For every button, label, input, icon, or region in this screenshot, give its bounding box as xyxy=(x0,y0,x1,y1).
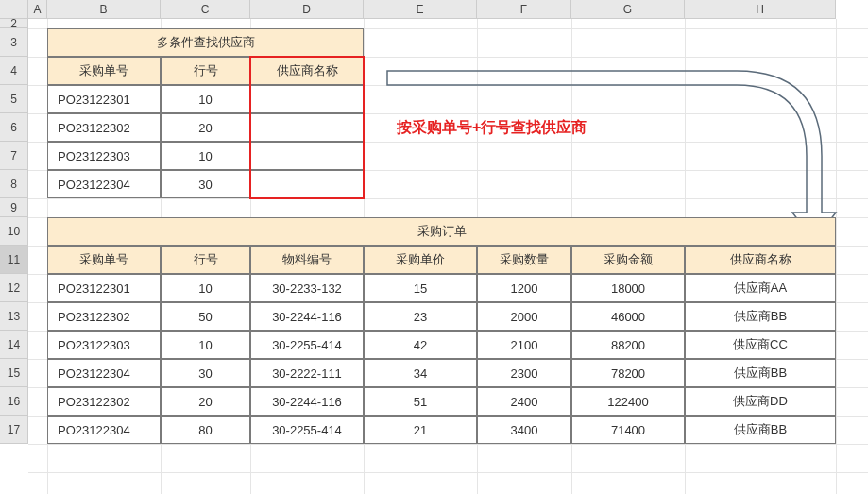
orders-cell[interactable]: 23 xyxy=(364,302,477,331)
col-header-E[interactable]: E xyxy=(364,0,477,19)
lookup-cell[interactable]: 30 xyxy=(161,170,250,198)
orders-cell[interactable]: 2000 xyxy=(477,302,571,331)
row-header-6[interactable]: 6 xyxy=(0,113,28,142)
lookup-cell[interactable]: 10 xyxy=(161,142,250,170)
orders-cell[interactable]: 供应商BB xyxy=(685,416,836,444)
annotation-text: 按采购单号+行号查找供应商 xyxy=(397,118,587,138)
orders-cell[interactable]: 15 xyxy=(364,274,477,302)
lookup-cell[interactable] xyxy=(250,170,364,198)
col-header-D[interactable]: D xyxy=(250,0,364,19)
orders-cell[interactable]: 2300 xyxy=(477,359,571,387)
orders-cell[interactable]: PO23122303 xyxy=(47,331,161,359)
orders-cell[interactable]: 供应商AA xyxy=(685,274,836,302)
orders-cell[interactable]: 30 xyxy=(161,359,250,387)
row-header-11[interactable]: 11 xyxy=(0,246,28,274)
lookup-cell[interactable] xyxy=(250,85,364,113)
orders-header-po[interactable]: 采购单号 xyxy=(47,246,161,274)
orders-cell[interactable]: PO23122302 xyxy=(47,387,161,416)
orders-header-line[interactable]: 行号 xyxy=(161,246,250,274)
orders-cell[interactable]: 46000 xyxy=(571,302,685,331)
lookup-cell[interactable]: PO23122303 xyxy=(47,142,161,170)
lookup-cell[interactable]: 20 xyxy=(161,113,250,142)
lookup-cell[interactable] xyxy=(250,142,364,170)
lookup-cell[interactable]: PO23122301 xyxy=(47,85,161,113)
row-header-12[interactable]: 12 xyxy=(0,274,28,302)
row-header-3[interactable]: 3 xyxy=(0,28,28,57)
row-header-10[interactable]: 10 xyxy=(0,217,28,246)
row-header-16[interactable]: 16 xyxy=(0,387,28,416)
lookup-header-vendor[interactable]: 供应商名称 xyxy=(250,57,364,85)
lookup-cell[interactable]: PO23122302 xyxy=(47,113,161,142)
lookup-cell[interactable]: PO23122304 xyxy=(47,170,161,198)
row-header-7[interactable]: 7 xyxy=(0,142,28,170)
orders-header-vendor[interactable]: 供应商名称 xyxy=(685,246,836,274)
col-header-H[interactable]: H xyxy=(685,0,836,19)
orders-cell[interactable]: PO23122302 xyxy=(47,302,161,331)
row-header-9[interactable]: 9 xyxy=(0,198,28,217)
column-header-row: A B C D E F G H xyxy=(0,0,836,19)
col-header-F[interactable]: F xyxy=(477,0,571,19)
orders-header-price[interactable]: 采购单价 xyxy=(364,246,477,274)
orders-cell[interactable]: 20 xyxy=(161,387,250,416)
lookup-title[interactable]: 多条件查找供应商 xyxy=(47,28,364,57)
orders-cell[interactable]: 42 xyxy=(364,331,477,359)
col-header-A[interactable]: A xyxy=(28,0,47,19)
orders-cell[interactable]: 80 xyxy=(161,416,250,444)
orders-cell[interactable]: 10 xyxy=(161,274,250,302)
orders-cell[interactable]: PO23122304 xyxy=(47,359,161,387)
orders-cell[interactable]: 51 xyxy=(364,387,477,416)
row-header-4[interactable]: 4 xyxy=(0,57,28,85)
orders-cell[interactable]: 2100 xyxy=(477,331,571,359)
orders-cell[interactable]: 30-2244-116 xyxy=(250,302,364,331)
row-header-14[interactable]: 14 xyxy=(0,331,28,359)
orders-cell[interactable]: 78200 xyxy=(571,359,685,387)
lookup-cell[interactable] xyxy=(250,113,364,142)
row-header-5[interactable]: 5 xyxy=(0,85,28,113)
orders-cell[interactable]: 供应商BB xyxy=(685,302,836,331)
grid-area[interactable]: 多条件查找供应商 采购单号 行号 供应商名称 PO23122301 10 PO2… xyxy=(28,19,868,494)
orders-cell[interactable]: 3400 xyxy=(477,416,571,444)
orders-cell[interactable]: 50 xyxy=(161,302,250,331)
orders-cell[interactable]: 18000 xyxy=(571,274,685,302)
orders-cell[interactable]: 2400 xyxy=(477,387,571,416)
orders-header-amt[interactable]: 采购金额 xyxy=(571,246,685,274)
col-header-C[interactable]: C xyxy=(161,0,250,19)
orders-cell[interactable]: 122400 xyxy=(571,387,685,416)
orders-cell[interactable]: 10 xyxy=(161,331,250,359)
lookup-header-line[interactable]: 行号 xyxy=(161,57,250,85)
col-header-B[interactable]: B xyxy=(47,0,161,19)
row-header-8[interactable]: 8 xyxy=(0,170,28,198)
orders-cell[interactable]: 供应商BB xyxy=(685,359,836,387)
orders-cell[interactable]: 88200 xyxy=(571,331,685,359)
lookup-header-po[interactable]: 采购单号 xyxy=(47,57,161,85)
orders-cell[interactable]: 30-2244-116 xyxy=(250,387,364,416)
row-header-13[interactable]: 13 xyxy=(0,302,28,331)
col-header-G[interactable]: G xyxy=(571,0,685,19)
orders-cell[interactable]: PO23122301 xyxy=(47,274,161,302)
row-header-15[interactable]: 15 xyxy=(0,359,28,387)
orders-title[interactable]: 采购订单 xyxy=(47,217,836,246)
row-header-2[interactable]: 2 xyxy=(0,19,28,28)
orders-cell[interactable]: 71400 xyxy=(571,416,685,444)
orders-cell[interactable]: 30-2233-132 xyxy=(250,274,364,302)
orders-cell[interactable]: 30-2222-111 xyxy=(250,359,364,387)
row-header-column: 2 3 4 5 6 7 8 9 10 11 12 13 14 15 16 17 xyxy=(0,19,28,444)
lookup-cell[interactable]: 10 xyxy=(161,85,250,113)
orders-cell[interactable]: 21 xyxy=(364,416,477,444)
orders-cell[interactable]: 34 xyxy=(364,359,477,387)
orders-header-mat[interactable]: 物料编号 xyxy=(250,246,364,274)
row-header-17[interactable]: 17 xyxy=(0,416,28,444)
orders-cell[interactable]: PO23122304 xyxy=(47,416,161,444)
orders-cell[interactable]: 30-2255-414 xyxy=(250,331,364,359)
orders-cell[interactable]: 30-2255-414 xyxy=(250,416,364,444)
orders-header-qty[interactable]: 采购数量 xyxy=(477,246,571,274)
orders-cell[interactable]: 1200 xyxy=(477,274,571,302)
orders-cell[interactable]: 供应商DD xyxy=(685,387,836,416)
orders-cell[interactable]: 供应商CC xyxy=(685,331,836,359)
